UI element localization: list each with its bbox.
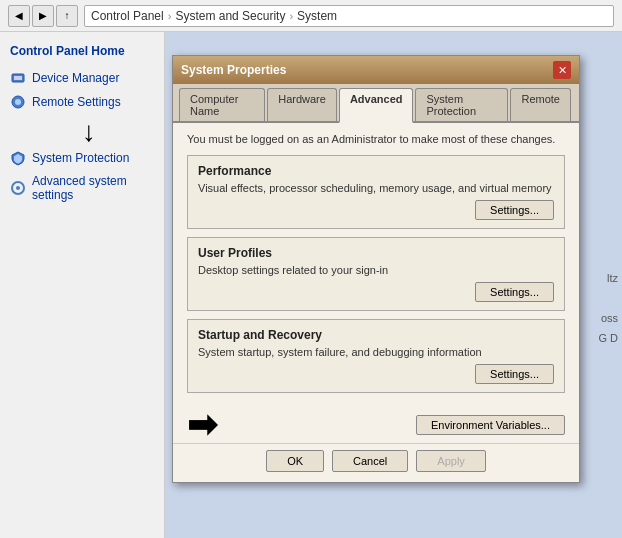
device-icon xyxy=(10,70,26,86)
sidebar-item-remote-settings-label: Remote Settings xyxy=(32,95,121,109)
performance-title: Performance xyxy=(198,164,554,178)
remote-icon xyxy=(10,94,26,110)
tab-system-protection[interactable]: System Protection xyxy=(415,88,508,121)
dialog-title: System Properties xyxy=(181,63,286,77)
breadcrumb-sep-1: › xyxy=(168,10,172,22)
environment-variables-button[interactable]: Environment Variables... xyxy=(416,415,565,435)
startup-recovery-title: Startup and Recovery xyxy=(198,328,554,342)
startup-recovery-section: Startup and Recovery System startup, sys… xyxy=(187,319,565,393)
user-profiles-btn-row: Settings... xyxy=(198,282,554,302)
user-profiles-section: User Profiles Desktop settings related t… xyxy=(187,237,565,311)
top-bar: ◀ ▶ ↑ Control Panel › System and Securit… xyxy=(0,0,622,32)
breadcrumb-sep-2: › xyxy=(289,10,293,22)
tab-hardware[interactable]: Hardware xyxy=(267,88,337,121)
back-button[interactable]: ◀ xyxy=(8,5,30,27)
startup-recovery-desc: System startup, system failure, and debu… xyxy=(198,346,554,358)
performance-section: Performance Visual effects, processor sc… xyxy=(187,155,565,229)
svg-rect-1 xyxy=(14,76,22,80)
apply-button[interactable]: Apply xyxy=(416,450,486,472)
sidebar-item-device-manager[interactable]: Device Manager xyxy=(10,70,154,86)
startup-recovery-btn-row: Settings... xyxy=(198,364,554,384)
sidebar-item-advanced-settings[interactable]: Advanced system settings xyxy=(10,174,154,202)
svg-point-5 xyxy=(16,186,20,190)
tab-remote[interactable]: Remote xyxy=(510,88,571,121)
sidebar-item-remote-settings[interactable]: Remote Settings xyxy=(10,94,154,110)
tab-computer-name[interactable]: Computer Name xyxy=(179,88,265,121)
user-profiles-title: User Profiles xyxy=(198,246,554,260)
dialog-footer: OK Cancel Apply xyxy=(173,443,579,482)
breadcrumb-item-2[interactable]: System and Security xyxy=(175,9,285,23)
system-properties-dialog: System Properties ✕ Computer Name Hardwa… xyxy=(172,55,580,483)
tabs: Computer Name Hardware Advanced System P… xyxy=(173,84,579,123)
dialog-titlebar: System Properties ✕ xyxy=(173,56,579,84)
cancel-button[interactable]: Cancel xyxy=(332,450,408,472)
breadcrumb: Control Panel › System and Security › Sy… xyxy=(84,5,614,27)
env-row: ➡ Environment Variables... xyxy=(173,411,579,443)
sidebar-item-system-protection-label: System Protection xyxy=(32,151,129,165)
up-button[interactable]: ↑ xyxy=(56,5,78,27)
performance-btn-row: Settings... xyxy=(198,200,554,220)
sidebar: Control Panel Home Device Manager Remote… xyxy=(0,32,165,538)
startup-recovery-settings-button[interactable]: Settings... xyxy=(475,364,554,384)
breadcrumb-item-3[interactable]: System xyxy=(297,9,337,23)
performance-settings-button[interactable]: Settings... xyxy=(475,200,554,220)
bg-text-1: ltz xyxy=(607,272,618,284)
svg-point-3 xyxy=(15,99,21,105)
right-arrow-annotation: ➡ xyxy=(187,404,217,446)
dialog-content: You must be logged on as an Administrato… xyxy=(173,123,579,411)
sidebar-item-system-protection[interactable]: System Protection xyxy=(10,150,154,166)
dialog-close-button[interactable]: ✕ xyxy=(553,61,571,79)
bg-text-2: oss xyxy=(601,312,618,324)
user-profiles-settings-button[interactable]: Settings... xyxy=(475,282,554,302)
forward-button[interactable]: ▶ xyxy=(32,5,54,27)
ok-button[interactable]: OK xyxy=(266,450,324,472)
advanced-icon xyxy=(10,180,26,196)
sidebar-title: Control Panel Home xyxy=(10,44,154,58)
bg-text-3: G D xyxy=(598,332,618,344)
sidebar-item-advanced-settings-label: Advanced system settings xyxy=(32,174,154,202)
user-profiles-desc: Desktop settings related to your sign-in xyxy=(198,264,554,276)
sidebar-item-device-manager-label: Device Manager xyxy=(32,71,119,85)
breadcrumb-item-1[interactable]: Control Panel xyxy=(91,9,164,23)
nav-buttons: ◀ ▶ ↑ xyxy=(8,5,78,27)
shield-icon xyxy=(10,150,26,166)
performance-desc: Visual effects, processor scheduling, me… xyxy=(198,182,554,194)
tab-advanced[interactable]: Advanced xyxy=(339,88,414,123)
admin-note: You must be logged on as an Administrato… xyxy=(187,133,565,145)
